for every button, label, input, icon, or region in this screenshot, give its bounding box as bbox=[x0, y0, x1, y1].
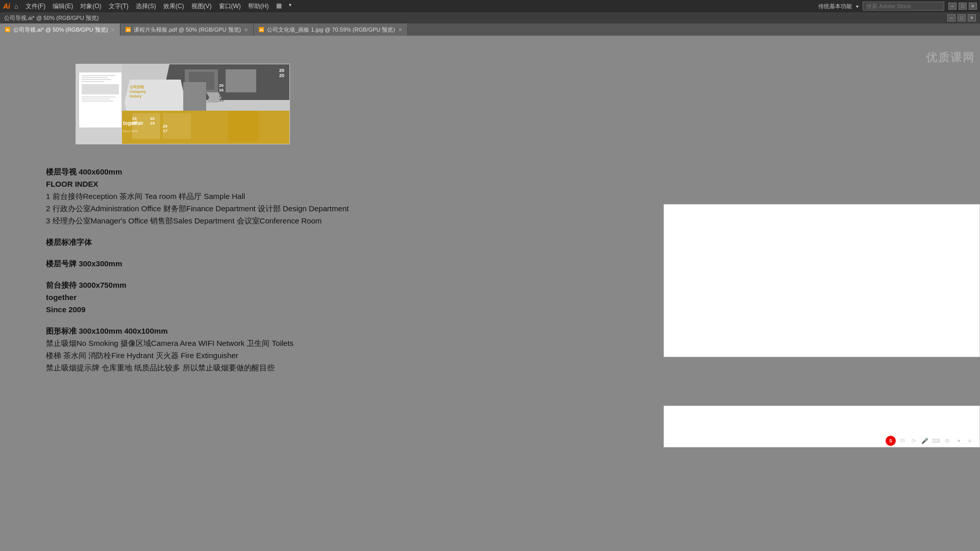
since-content: Since 2009 bbox=[46, 304, 413, 316]
menu-edit[interactable]: 编辑(E) bbox=[50, 1, 76, 12]
floor-line2: 2 行政办公室Administration Office 财务部Finance … bbox=[46, 203, 413, 215]
standard-font: 楼层标准字体 bbox=[46, 236, 413, 248]
golden-img-box bbox=[228, 111, 259, 141]
taskbar-icon-5: ⚙ bbox=[943, 436, 952, 445]
sougou-icon: S bbox=[886, 436, 896, 446]
text-content: 楼层导视 400x600mm FLOOR INDEX 1 前台接待Recepti… bbox=[46, 166, 413, 383]
menu-help[interactable]: 帮助(H) bbox=[245, 1, 272, 12]
menu-items: 文件(F) 编辑(E) 对象(O) 文字(T) 选择(S) 效果(C) 视图(V… bbox=[22, 1, 295, 12]
taskbar-icon-7: ≡ bbox=[965, 436, 974, 445]
taskbar-icon-6: ✦ bbox=[954, 436, 963, 445]
tab-3-label: 公司文化墙_画板 1.jpg @ 70.59% (RGB/GPU 预览) bbox=[267, 26, 395, 34]
right-panel-2: S 中 ⟳ 🎤 ⌨ ⚙ ✦ ≡ bbox=[664, 406, 980, 447]
tab-2-label: 课程片头模板.pdf @ 50% (RGB/GPU 预览) bbox=[134, 26, 241, 34]
menu-layout-arrow[interactable]: ▾ bbox=[286, 1, 295, 12]
menu-bar: Ai ⌂ 文件(F) 编辑(E) 对象(O) 文字(T) 选择(S) 效果(C)… bbox=[0, 0, 980, 12]
taskbar-icon-2: ⟳ bbox=[909, 436, 918, 445]
year-2016: 2016 bbox=[219, 84, 224, 93]
maximize-button[interactable]: □ bbox=[959, 3, 967, 10]
year-2015: 2015 bbox=[219, 94, 224, 103]
page-left bbox=[79, 72, 122, 128]
home-icon: ⌂ bbox=[14, 3, 18, 10]
photo-box-2 bbox=[226, 69, 256, 92]
floor-heading: 楼层导视 400x600mm bbox=[46, 166, 413, 178]
search-input[interactable] bbox=[863, 2, 944, 11]
menu-select[interactable]: 选择(S) bbox=[133, 1, 159, 12]
together-content: together bbox=[46, 291, 413, 304]
graphic-line1: 禁止吸烟No Smoking 摄像区域Camera Area WIFI Netw… bbox=[46, 337, 413, 349]
standard-font-block: 楼层标准字体 bbox=[46, 236, 413, 248]
together-label: together bbox=[123, 120, 143, 126]
canvas-area: 优质课网 bbox=[0, 36, 980, 551]
graphic-std-block: 图形标准 300x100mm 400x100mm 禁止吸烟No Smoking … bbox=[46, 325, 413, 374]
year-2020-top: 2020 bbox=[279, 68, 284, 79]
menu-object[interactable]: 对象(O) bbox=[77, 1, 104, 12]
graphic-line3: 禁止吸烟提示牌 仓库重地 纸质品比较多 所以禁止吸烟要做的醒目些 bbox=[46, 362, 413, 374]
floor-line3: 3 经理办公室Manager's Office 销售部Sales Departm… bbox=[46, 215, 413, 227]
tab-1-label: 公司导视.ai* @ 50% (RGB/GPU 预览) bbox=[13, 26, 108, 34]
menu-window[interactable]: 窗口(W) bbox=[216, 1, 244, 12]
menu-view[interactable]: 视图(V) bbox=[188, 1, 215, 12]
tab-3-close[interactable]: ✕ bbox=[398, 27, 402, 33]
mockup-wrapper: 2020 公司历程Companyhistory 2016 2015 2018 2… bbox=[76, 64, 289, 144]
watermark: 优质课网 bbox=[926, 50, 975, 65]
doc-title: 公司导视.ai* @ 50% (RGB/GPU 预览) bbox=[4, 14, 99, 22]
floor-index: FLOOR INDEX bbox=[46, 178, 413, 190]
right-panel-1 bbox=[664, 204, 980, 357]
doc-title-bar: 公司导视.ai* @ 50% (RGB/GPU 预览) ─ □ ✕ bbox=[0, 12, 980, 23]
window-controls: ─ □ ✕ bbox=[948, 3, 977, 10]
tab-3[interactable]: Ai 公司文化墙_画板 1.jpg @ 70.59% (RGB/GPU 预览) … bbox=[254, 23, 408, 36]
menu-right-arrow[interactable]: ▾ bbox=[856, 4, 859, 9]
taskbar-icon-4: ⌨ bbox=[932, 436, 941, 445]
tab-2-icon: Ai bbox=[126, 27, 131, 32]
doc-minimize-button[interactable]: ─ bbox=[947, 14, 955, 21]
close-button[interactable]: ✕ bbox=[969, 3, 977, 10]
taskbar-icon-1: 中 bbox=[898, 436, 907, 445]
design-preview: 2020 公司历程Companyhistory 2016 2015 2018 2… bbox=[76, 64, 290, 144]
floor-sign: 楼层号牌 300x300mm bbox=[46, 258, 413, 270]
golden-bottom bbox=[122, 111, 289, 144]
reception: 前台接待 3000x750mm bbox=[46, 279, 413, 291]
floor-line1: 1 前台接待Reception 茶水间 Tea room 样品厅 Sample … bbox=[46, 190, 413, 203]
company-history-cn: 公司历程Companyhistory bbox=[130, 85, 146, 98]
watermark-text: 优质课网 bbox=[926, 50, 975, 65]
floor-index-block: 楼层导视 400x600mm FLOOR INDEX 1 前台接待Recepti… bbox=[46, 166, 413, 227]
person-image bbox=[183, 82, 206, 113]
floor-sign-block: 楼层号牌 300x300mm bbox=[46, 258, 413, 270]
doc-maximize-button[interactable]: □ bbox=[958, 14, 966, 21]
menu-effect[interactable]: 效果(C) bbox=[160, 1, 187, 12]
tab-3-icon: Ai bbox=[259, 27, 264, 32]
tabs-bar: Ai 公司导视.ai* @ 50% (RGB/GPU 预览) ✕ Ai 课程片头… bbox=[0, 23, 980, 36]
ai-logo: Ai bbox=[3, 2, 10, 10]
tab-1-close[interactable]: ✕ bbox=[111, 27, 115, 33]
menu-layout[interactable]: ▦ bbox=[273, 1, 285, 12]
year-2017: 2017 bbox=[163, 124, 167, 134]
reception-block: 前台接待 3000x750mm together Since 2009 bbox=[46, 279, 413, 316]
menu-file[interactable]: 文件(F) bbox=[22, 1, 48, 12]
year-2019: 2019 bbox=[150, 117, 155, 126]
doc-close-button[interactable]: ✕ bbox=[968, 14, 976, 21]
taskbar-icons: S 中 ⟳ 🎤 ⌨ ⚙ ✦ ≡ bbox=[886, 436, 974, 446]
graphic-std: 图形标准 300x100mm 400x100mm bbox=[46, 325, 413, 337]
tab-2[interactable]: Ai 课程片头模板.pdf @ 50% (RGB/GPU 预览) ✕ bbox=[120, 23, 254, 36]
graphic-line2: 楼梯 茶水间 消防栓Fire Hydrant 灭火器 Fire Extingui… bbox=[46, 349, 413, 362]
tab-1-icon: Ai bbox=[5, 27, 10, 32]
taskbar-icon-3: 🎤 bbox=[920, 436, 929, 445]
since-label: since 2009 bbox=[123, 130, 138, 133]
menu-right-text: 传统基本功能 bbox=[818, 3, 852, 10]
tab-2-close[interactable]: ✕ bbox=[244, 27, 248, 33]
tab-1[interactable]: Ai 公司导视.ai* @ 50% (RGB/GPU 预览) ✕ bbox=[0, 23, 120, 36]
menu-right: 传统基本功能 ▾ ─ □ ✕ bbox=[818, 2, 977, 11]
menu-text[interactable]: 文字(T) bbox=[106, 1, 132, 12]
minimize-button[interactable]: ─ bbox=[948, 3, 957, 10]
